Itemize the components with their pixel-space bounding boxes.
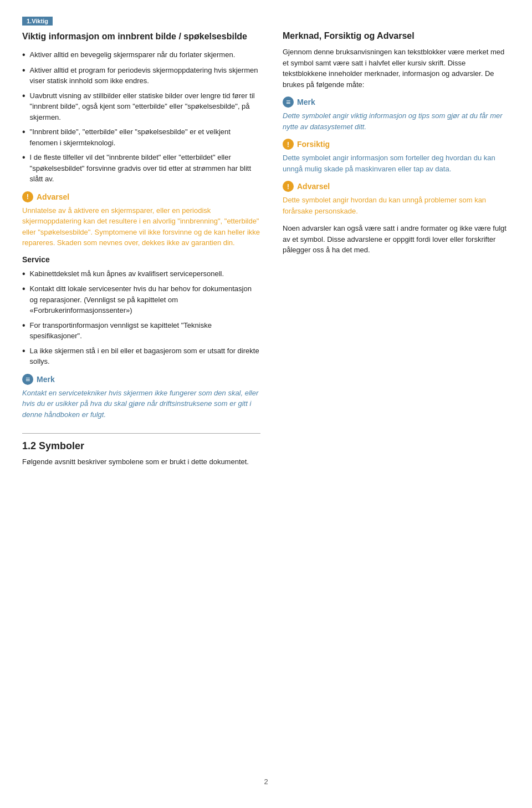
right-caution-body: Dette symbolet angir informasjon som for… [283,153,510,174]
list-item: Kontakt ditt lokale servicesenter hvis d… [22,283,260,316]
section-12-heading: 1.2 Symboler [22,440,260,452]
right-note-icon: ≡ [283,96,294,108]
intro-bullet-list: Aktiver alltid en bevegelig skjermsparer… [22,49,260,185]
right-caution-icon: ! [283,139,294,150]
right-column: Merknad, Forsiktig og Advarsel Gjennom d… [283,31,510,766]
right-caution-title-text: Forsiktig [297,140,330,149]
right-note-body: Dette symbolet angir viktig informasjon … [283,110,510,132]
right-note-icon-symbol: ≡ [286,98,290,106]
two-column-layout: Viktig informasjon om innbrent bilde / s… [22,31,510,766]
note-icon: ≡ [22,374,33,385]
note-body: Kontakt en servicetekniker hvis skjermen… [22,388,260,420]
right-extra-text: Noen advarsler kan også være satt i andr… [283,223,510,256]
list-item: Uavbrutt visning av stillbilder eller st… [22,90,260,123]
page-number: 2 [22,777,510,786]
service-bullet-list: Kabinettdekslet må kun åpnes av kvalifis… [22,268,260,367]
warning-box-1: ! Advarsel Unnlatelse av å aktivere en s… [22,191,260,248]
list-item: "Innbrent bilde", "etterbilde" eller "sp… [22,126,260,148]
right-warning-body: Dette symbolet angir hvordan du kan unng… [283,195,510,216]
warning-title-text: Advarsel [37,192,69,201]
list-item: For transportinformasjon vennligst se ka… [22,320,260,342]
note-icon-symbol: ≡ [25,375,30,384]
right-note-box: ≡ Merk Dette symbolet angir viktig infor… [283,96,510,132]
section-tag: 1.Viktig [22,17,53,26]
note-title-text: Merk [37,375,55,384]
right-intro: Gjennom denne bruksanvisningen kan tekst… [283,47,510,90]
right-warning-icon: ! [283,181,294,192]
right-warning-title: ! Advarsel [283,181,510,192]
section-12-body: Følgende avsnitt beskriver symbolene som… [22,456,260,467]
right-col-body: Gjennom denne bruksanvisningen kan tekst… [283,47,510,256]
list-item: La ikke skjermen stå i en bil eller et b… [22,345,260,367]
page-container: 1.Viktig Viktig informasjon om innbrent … [0,0,532,808]
right-warning-box: ! Advarsel Dette symbolet angir hvordan … [283,181,510,216]
list-item: Kabinettdekslet må kun åpnes av kvalifis… [22,268,260,280]
right-warning-title-text: Advarsel [297,182,330,191]
note-box-1: ≡ Merk Kontakt en servicetekniker hvis s… [22,374,260,420]
service-heading: Service [22,255,260,264]
list-item: Aktiver alltid et program for periodevis… [22,65,260,87]
right-note-title-text: Merk [297,98,315,106]
list-item: I de fleste tilfeller vil det "innbrente… [22,152,260,185]
right-caution-title: ! Forsiktig [283,139,510,150]
list-item: Aktiver alltid en bevegelig skjermsparer… [22,49,260,61]
section-12: 1.2 Symboler Følgende avsnitt beskriver … [22,433,260,467]
main-heading: Viktig informasjon om innbrent bilde / s… [22,31,260,43]
warning-icon: ! [22,191,33,202]
right-note-title: ≡ Merk [283,96,510,108]
note-title: ≡ Merk [22,374,260,385]
warning-body: Unnlatelse av å aktivere en skjermsparer… [22,205,260,248]
left-column: Viktig informasjon om innbrent bilde / s… [22,31,260,766]
warning-title: ! Advarsel [22,191,260,202]
right-heading: Merknad, Forsiktig og Advarsel [283,31,510,41]
right-caution-box: ! Forsiktig Dette symbolet angir informa… [283,139,510,174]
